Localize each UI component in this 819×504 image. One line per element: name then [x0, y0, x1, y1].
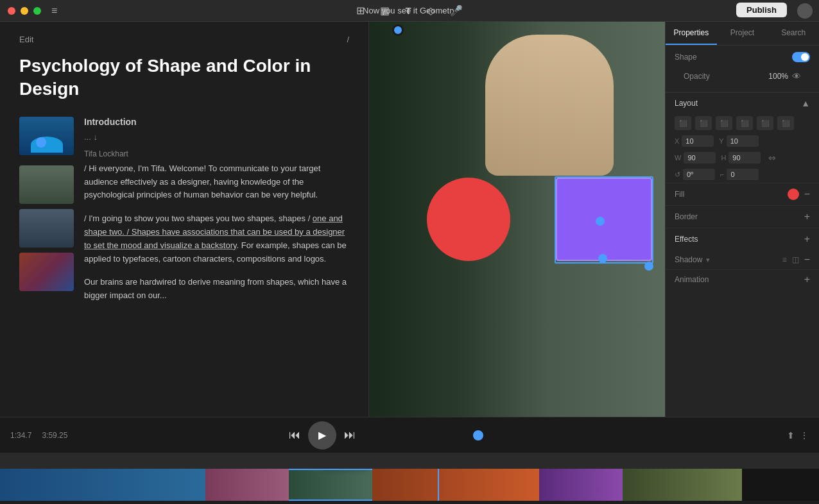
playhead-top-dot [392, 24, 404, 36]
selection-handle-bottom[interactable] [644, 262, 653, 271]
transcript-section: Introduction ... ↓ Tifa Lockhart / Hi ev… [19, 117, 349, 313]
playback-controls: ⏮ ▶ ⏭ [289, 421, 356, 449]
play-pause-button[interactable]: ▶ [308, 421, 336, 449]
tab-search[interactable]: Search [768, 22, 819, 45]
minimize-button[interactable] [21, 7, 28, 15]
align-right-btn[interactable]: ⬛ [716, 116, 732, 130]
bottom-controls: 1:34.7 3:59.25 ⏮ ▶ ⏭ ⬆ ⋮ [0, 417, 819, 453]
thumbnail-1[interactable] [19, 117, 74, 155]
tab-project[interactable]: Project [717, 22, 768, 45]
timeline-track[interactable]: ◇ Shape [0, 469, 819, 501]
layout-section-header: Layout ▲ [666, 93, 819, 113]
timeline-clip-2[interactable] [205, 469, 289, 501]
layout-alignment-grid: ⬛ ⬛ ⬛ ⬛ ⬛ ⬛ [666, 113, 819, 133]
transcript-block-2: / I'm going to show you two shapes you t… [84, 212, 349, 265]
opacity-row: Opacity 100% 👁 [675, 67, 810, 85]
main-content: Edit / Psychology of Shape and Color in … [0, 22, 819, 417]
timeline-clip-1[interactable] [0, 469, 205, 501]
align-top-btn[interactable]: ⬛ [736, 116, 753, 130]
close-button[interactable] [8, 7, 15, 15]
align-left-btn[interactable]: ⬛ [675, 116, 691, 130]
thumbnail-4[interactable] [19, 253, 74, 291]
menu-icon[interactable]: ≡ [51, 5, 57, 17]
total-time: 3:59.25 [42, 431, 67, 440]
captions-button[interactable]: ⬆ [787, 430, 795, 441]
collapse-layout-icon[interactable]: ▲ [801, 98, 810, 108]
x-input[interactable] [682, 135, 714, 147]
right-panel: Properties Project Search Shape Opacity … [665, 22, 819, 417]
timeline-clip-4[interactable] [372, 469, 539, 501]
skip-back-button[interactable]: ⏮ [289, 428, 300, 442]
thumbnails-column [19, 117, 74, 313]
mic-icon[interactable]: 🎤 [450, 4, 463, 17]
rot1-input[interactable] [683, 169, 715, 180]
wh-dims-row: W H ⇔ [666, 149, 819, 166]
playhead-dot[interactable] [471, 428, 485, 442]
eye-icon[interactable]: 👁 [792, 71, 801, 81]
timeline-clip-3[interactable]: ◇ Shape [289, 469, 372, 501]
traffic-lights [8, 7, 41, 15]
y-input[interactable] [727, 135, 759, 147]
timeline-label-bar [0, 453, 819, 469]
maximize-button[interactable] [33, 7, 41, 15]
more-options-button[interactable]: ⋮ [800, 430, 809, 441]
shape-toggle[interactable] [792, 52, 810, 62]
grid-view-icon[interactable]: ⊞ [356, 4, 365, 17]
shadow-settings-icon[interactable]: ≡ [782, 255, 787, 264]
y-coord: Y [719, 135, 758, 147]
h-input[interactable] [728, 152, 761, 164]
properties-tabs: Properties Project Search [666, 22, 819, 46]
y-label: Y [719, 137, 723, 145]
xy-coords-row: X Y [666, 133, 819, 149]
align-center-v-btn[interactable]: ⬛ [757, 116, 773, 130]
ellipsis-text: ... ↓ [84, 132, 349, 142]
section-label: Introduction [84, 117, 349, 127]
lock-aspect-icon[interactable]: ⇔ [768, 152, 776, 164]
align-center-h-btn[interactable]: ⬛ [695, 116, 712, 130]
tab-properties[interactable]: Properties [666, 22, 717, 45]
rot2: ⌐ [720, 169, 759, 180]
text-icon[interactable]: T [405, 5, 411, 16]
animation-row: Animation + [666, 270, 819, 289]
skip-forward-button[interactable]: ⏭ [344, 428, 356, 442]
publish-button[interactable]: Publish [736, 3, 787, 17]
w-input[interactable] [684, 152, 716, 164]
toggle-knob [801, 53, 809, 61]
transcript-panel: Edit / Psychology of Shape and Color in … [0, 22, 369, 417]
thumbnail-3[interactable] [19, 209, 74, 248]
section-label-text: Introduction [84, 117, 137, 127]
breadcrumb-sep: / [347, 35, 349, 44]
thumbnail-2[interactable] [19, 165, 74, 204]
timeline-clip-5[interactable] [539, 469, 623, 501]
selection-handle-left[interactable] [596, 217, 605, 226]
align-bottom-btn[interactable]: ⬛ [777, 116, 794, 130]
timeline-clip-6[interactable] [623, 469, 742, 501]
video-panel [369, 22, 665, 417]
rot2-input[interactable] [727, 169, 759, 180]
avatar [797, 3, 813, 19]
selection-handle-bottom-left[interactable] [598, 254, 607, 263]
timeline: ◇ Shape To communicate to your target au… [0, 453, 819, 504]
shadow-dropdown-icon[interactable]: ▾ [706, 256, 710, 264]
transcript-block-3: Our brains are hardwired to derive meani… [84, 276, 349, 303]
current-time: 1:34.7 [10, 431, 31, 440]
shape-icon[interactable]: ◇ [427, 4, 435, 17]
add-effect-btn[interactable]: + [804, 233, 810, 245]
remove-fill-btn[interactable]: − [804, 189, 810, 200]
rot1-icon: ↺ [675, 171, 680, 179]
rotation-row: ↺ ⌐ [666, 166, 819, 183]
add-animation-btn[interactable]: + [804, 274, 810, 285]
rot2-icon: ⌐ [720, 171, 724, 178]
edit-bar: Edit / [19, 35, 349, 44]
animation-label: Animation [675, 275, 709, 284]
fill-color-picker[interactable] [788, 189, 799, 200]
presentation-title: Psychology of Shape and Color in Design [19, 55, 349, 101]
shadow-preview-icon[interactable]: ◫ [792, 255, 799, 264]
add-border-btn[interactable]: + [804, 211, 810, 223]
border-label: Border [675, 212, 698, 221]
red-circle-shape[interactable] [427, 178, 510, 261]
rot1: ↺ [675, 169, 715, 180]
h-label: H [721, 154, 726, 162]
remove-shadow-btn[interactable]: − [804, 254, 810, 265]
image-icon[interactable]: ▦ [380, 4, 390, 17]
